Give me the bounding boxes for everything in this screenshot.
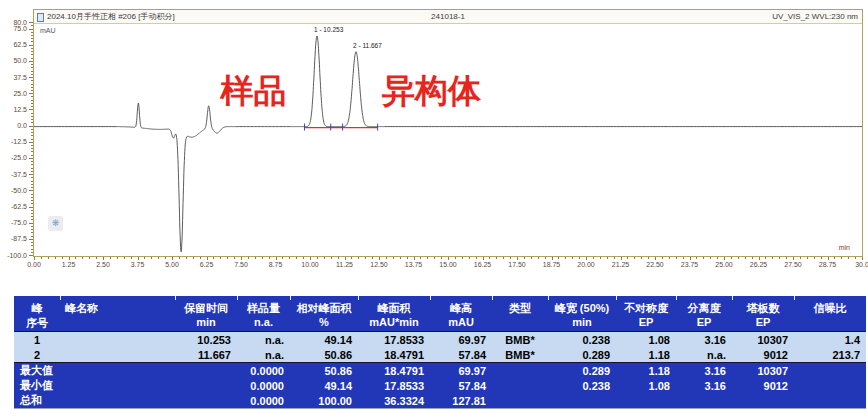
peak-row[interactable]: 211.667n.a.50.8618.479157.84BMB*0.2891.1… bbox=[14, 347, 866, 363]
x-tick-label: 7.50 bbox=[234, 261, 248, 268]
x-tick bbox=[510, 257, 511, 259]
x-tick bbox=[365, 257, 366, 259]
peak-cell: 213.7 bbox=[794, 347, 866, 363]
summary-row[interactable]: 最大值0.000050.8618.479169.970.2891.183.161… bbox=[14, 363, 866, 379]
watermark-icon: ❋ bbox=[48, 216, 63, 231]
y-tick bbox=[31, 67, 33, 68]
peak-row[interactable]: 110.253n.a.49.1417.853369.97BMB*0.2381.0… bbox=[14, 332, 866, 348]
x-tick bbox=[600, 257, 601, 259]
y-tick-label: -62.5 bbox=[11, 203, 27, 211]
sample-id: 241018-1 bbox=[34, 10, 862, 23]
y-tick bbox=[31, 25, 33, 26]
x-tick bbox=[400, 257, 401, 259]
x-tick bbox=[241, 257, 242, 260]
x-tick bbox=[531, 257, 532, 259]
column-separator bbox=[430, 296, 431, 300]
summary-cell bbox=[492, 363, 548, 379]
summary-row[interactable]: 最小值0.000049.1417.853357.840.2381.083.169… bbox=[14, 378, 866, 393]
x-tick bbox=[855, 257, 856, 259]
y-tick-label: 37.5 bbox=[13, 74, 27, 82]
column-unit: min bbox=[175, 316, 237, 332]
y-tick bbox=[31, 103, 33, 104]
x-tick bbox=[558, 257, 559, 259]
x-tick bbox=[448, 257, 449, 260]
summary-cell: 0.0000 bbox=[237, 378, 290, 393]
x-tick bbox=[738, 257, 739, 259]
screenshot-root: 2024.10月手性正相 #206 [手动积分] 241018-1 UV_VIS… bbox=[0, 0, 868, 417]
summary-cell bbox=[175, 393, 237, 409]
x-tick bbox=[303, 257, 304, 259]
y-tick bbox=[31, 74, 33, 75]
peak-cell bbox=[60, 347, 175, 363]
table-summary: 最大值0.000050.8618.479169.970.2891.183.161… bbox=[14, 363, 866, 409]
peak-cell: BMB* bbox=[492, 332, 548, 348]
x-tick-label: 23.75 bbox=[681, 261, 699, 268]
x-tick bbox=[96, 257, 97, 259]
column-separator bbox=[794, 296, 795, 300]
x-tick bbox=[841, 257, 842, 259]
y-tick bbox=[31, 213, 33, 214]
summary-cell bbox=[676, 393, 732, 409]
y-tick bbox=[31, 100, 33, 101]
x-tick bbox=[710, 257, 711, 259]
x-tick-label: 10.00 bbox=[301, 261, 319, 268]
summary-cell: 1.08 bbox=[616, 378, 676, 393]
summary-cell bbox=[794, 378, 866, 393]
x-tick bbox=[552, 257, 553, 260]
summary-cell bbox=[794, 393, 866, 409]
x-tick-label: 21.25 bbox=[612, 261, 630, 268]
y-tick bbox=[29, 158, 33, 159]
y-tick bbox=[31, 252, 33, 253]
y-tick bbox=[31, 151, 33, 152]
x-tick-label: 0.00 bbox=[27, 261, 41, 268]
column-separator bbox=[175, 296, 176, 300]
y-tick bbox=[31, 135, 33, 136]
x-tick bbox=[324, 257, 325, 259]
x-tick bbox=[55, 257, 56, 259]
x-tick bbox=[144, 257, 145, 259]
peak-apex-label: 2 - 11.667 bbox=[353, 42, 382, 49]
y-tick bbox=[31, 168, 33, 169]
y-tick bbox=[31, 197, 33, 198]
summary-label: 总和 bbox=[14, 393, 175, 409]
peak-cell: n.a. bbox=[237, 332, 290, 348]
column-unit: n.a. bbox=[237, 316, 290, 332]
x-tick bbox=[165, 257, 166, 259]
peak-cell: 0.289 bbox=[548, 347, 616, 363]
peak-cell: 2 bbox=[14, 347, 60, 363]
column-label: 相对峰面积 bbox=[290, 300, 358, 316]
column-unit: 序号 bbox=[14, 316, 60, 332]
x-tick bbox=[538, 257, 539, 259]
column-label: 保留时间 bbox=[175, 300, 237, 316]
peak-results-table: 峰峰名称保留时间样品量相对峰面积峰面积峰高类型峰宽 (50%)不对称度分离度塔板… bbox=[14, 296, 866, 409]
x-tick bbox=[627, 257, 628, 259]
x-tick bbox=[779, 257, 780, 259]
y-tick bbox=[31, 122, 33, 123]
x-tick bbox=[441, 257, 442, 259]
y-tick bbox=[31, 245, 33, 246]
x-tick-label: 8.75 bbox=[269, 261, 283, 268]
summary-cell bbox=[548, 393, 616, 409]
x-tick bbox=[503, 257, 504, 259]
plot-area[interactable]: 1 - 10.2532 - 11.667样品异构体mAUmin bbox=[34, 23, 862, 256]
x-tick bbox=[545, 257, 546, 259]
summary-cell: 3.16 bbox=[676, 363, 732, 379]
x-tick-label: 15.00 bbox=[439, 261, 457, 268]
summary-row[interactable]: 总和0.0000100.0036.3324127.81 bbox=[14, 393, 866, 409]
x-tick bbox=[186, 257, 187, 259]
x-tick bbox=[717, 257, 718, 259]
x-tick bbox=[151, 257, 152, 259]
x-tick bbox=[834, 257, 835, 259]
x-tick bbox=[621, 257, 622, 260]
column-unit bbox=[492, 316, 548, 332]
y-tick bbox=[31, 249, 33, 250]
summary-cell: 49.14 bbox=[290, 378, 358, 393]
x-tick bbox=[517, 257, 518, 260]
x-tick bbox=[455, 257, 456, 259]
x-tick-label: 25.00 bbox=[715, 261, 733, 268]
x-tick bbox=[669, 257, 670, 259]
x-tick-label: 22.50 bbox=[646, 261, 664, 268]
x-tick bbox=[759, 257, 760, 260]
y-tick bbox=[29, 223, 33, 224]
peak-cell bbox=[60, 332, 175, 348]
